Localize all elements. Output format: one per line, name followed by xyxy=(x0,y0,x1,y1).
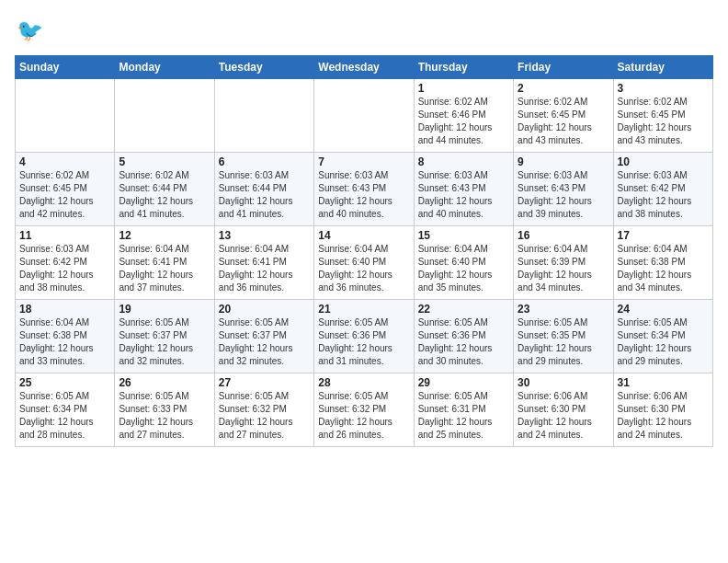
calendar-cell xyxy=(214,79,313,153)
calendar-week-2: 4Sunrise: 6:02 AM Sunset: 6:45 PM Daylig… xyxy=(16,153,713,226)
calendar-cell: 29Sunrise: 6:05 AM Sunset: 6:31 PM Dayli… xyxy=(414,373,513,447)
logo-icon: 🐦 xyxy=(15,15,48,48)
weekday-header-monday: Monday xyxy=(115,56,214,79)
day-info: Sunrise: 6:02 AM Sunset: 6:45 PM Dayligh… xyxy=(618,96,709,147)
day-number: 22 xyxy=(418,303,509,316)
calendar-cell: 11Sunrise: 6:03 AM Sunset: 6:42 PM Dayli… xyxy=(16,226,115,300)
calendar-cell: 17Sunrise: 6:04 AM Sunset: 6:38 PM Dayli… xyxy=(613,226,712,300)
calendar-cell: 4Sunrise: 6:02 AM Sunset: 6:45 PM Daylig… xyxy=(16,153,115,226)
weekday-header-thursday: Thursday xyxy=(414,56,513,79)
day-info: Sunrise: 6:05 AM Sunset: 6:31 PM Dayligh… xyxy=(418,390,509,442)
calendar-week-5: 25Sunrise: 6:05 AM Sunset: 6:34 PM Dayli… xyxy=(16,373,713,447)
day-info: Sunrise: 6:05 AM Sunset: 6:32 PM Dayligh… xyxy=(318,390,409,442)
day-number: 25 xyxy=(19,376,110,389)
weekday-header-wednesday: Wednesday xyxy=(314,56,414,79)
calendar-cell: 14Sunrise: 6:04 AM Sunset: 6:40 PM Dayli… xyxy=(314,226,414,300)
day-info: Sunrise: 6:05 AM Sunset: 6:36 PM Dayligh… xyxy=(418,316,509,368)
day-info: Sunrise: 6:06 AM Sunset: 6:30 PM Dayligh… xyxy=(618,390,709,442)
day-number: 19 xyxy=(119,303,210,316)
day-info: Sunrise: 6:03 AM Sunset: 6:42 PM Dayligh… xyxy=(19,243,110,294)
calendar-cell: 1Sunrise: 6:02 AM Sunset: 6:46 PM Daylig… xyxy=(414,79,513,153)
calendar-week-3: 11Sunrise: 6:03 AM Sunset: 6:42 PM Dayli… xyxy=(16,226,713,300)
day-number: 7 xyxy=(318,155,409,168)
calendar-cell xyxy=(115,79,214,153)
day-number: 21 xyxy=(318,303,409,316)
day-number: 4 xyxy=(19,155,110,168)
day-number: 12 xyxy=(119,229,210,242)
calendar-cell: 13Sunrise: 6:04 AM Sunset: 6:41 PM Dayli… xyxy=(214,226,313,300)
day-info: Sunrise: 6:05 AM Sunset: 6:36 PM Dayligh… xyxy=(318,316,409,368)
weekday-header-sunday: Sunday xyxy=(16,56,115,79)
calendar-cell: 19Sunrise: 6:05 AM Sunset: 6:37 PM Dayli… xyxy=(115,300,214,373)
day-number: 10 xyxy=(618,155,709,168)
calendar-cell xyxy=(314,79,414,153)
calendar-cell: 23Sunrise: 6:05 AM Sunset: 6:35 PM Dayli… xyxy=(514,300,613,373)
day-number: 28 xyxy=(318,376,409,389)
calendar-cell: 2Sunrise: 6:02 AM Sunset: 6:45 PM Daylig… xyxy=(514,79,613,153)
day-info: Sunrise: 6:05 AM Sunset: 6:37 PM Dayligh… xyxy=(119,316,210,368)
calendar-cell: 30Sunrise: 6:06 AM Sunset: 6:30 PM Dayli… xyxy=(514,373,613,447)
day-number: 3 xyxy=(618,82,709,95)
day-number: 20 xyxy=(219,303,310,316)
day-info: Sunrise: 6:05 AM Sunset: 6:34 PM Dayligh… xyxy=(618,316,709,368)
day-number: 27 xyxy=(219,376,310,389)
day-number: 16 xyxy=(518,229,609,242)
day-number: 23 xyxy=(518,303,609,316)
calendar-cell: 3Sunrise: 6:02 AM Sunset: 6:45 PM Daylig… xyxy=(613,79,712,153)
day-number: 26 xyxy=(119,376,210,389)
calendar-cell xyxy=(16,79,115,153)
logo: 🐦 xyxy=(15,15,51,48)
calendar-cell: 22Sunrise: 6:05 AM Sunset: 6:36 PM Dayli… xyxy=(414,300,513,373)
calendar-cell: 9Sunrise: 6:03 AM Sunset: 6:43 PM Daylig… xyxy=(514,153,613,226)
day-info: Sunrise: 6:04 AM Sunset: 6:39 PM Dayligh… xyxy=(518,243,609,294)
weekday-header-saturday: Saturday xyxy=(613,56,712,79)
day-info: Sunrise: 6:04 AM Sunset: 6:41 PM Dayligh… xyxy=(119,243,210,294)
day-info: Sunrise: 6:02 AM Sunset: 6:44 PM Dayligh… xyxy=(119,169,210,221)
day-number: 1 xyxy=(418,82,509,95)
calendar-week-4: 18Sunrise: 6:04 AM Sunset: 6:38 PM Dayli… xyxy=(16,300,713,373)
day-info: Sunrise: 6:04 AM Sunset: 6:38 PM Dayligh… xyxy=(618,243,709,294)
day-info: Sunrise: 6:05 AM Sunset: 6:32 PM Dayligh… xyxy=(219,390,310,442)
calendar-cell: 21Sunrise: 6:05 AM Sunset: 6:36 PM Dayli… xyxy=(314,300,414,373)
calendar-cell: 15Sunrise: 6:04 AM Sunset: 6:40 PM Dayli… xyxy=(414,226,513,300)
day-number: 31 xyxy=(618,376,709,389)
day-number: 17 xyxy=(618,229,709,242)
calendar-header-row: SundayMondayTuesdayWednesdayThursdayFrid… xyxy=(16,56,713,79)
svg-text:🐦: 🐦 xyxy=(17,17,44,43)
calendar-cell: 25Sunrise: 6:05 AM Sunset: 6:34 PM Dayli… xyxy=(16,373,115,447)
day-number: 11 xyxy=(19,229,110,242)
day-info: Sunrise: 6:03 AM Sunset: 6:43 PM Dayligh… xyxy=(318,169,409,221)
calendar-cell: 26Sunrise: 6:05 AM Sunset: 6:33 PM Dayli… xyxy=(115,373,214,447)
calendar-table: SundayMondayTuesdayWednesdayThursdayFrid… xyxy=(15,55,713,447)
day-number: 2 xyxy=(518,82,609,95)
weekday-header-friday: Friday xyxy=(514,56,613,79)
day-number: 9 xyxy=(518,155,609,168)
calendar-week-1: 1Sunrise: 6:02 AM Sunset: 6:46 PM Daylig… xyxy=(16,79,713,153)
day-info: Sunrise: 6:05 AM Sunset: 6:34 PM Dayligh… xyxy=(19,390,110,442)
calendar-cell: 8Sunrise: 6:03 AM Sunset: 6:43 PM Daylig… xyxy=(414,153,513,226)
day-info: Sunrise: 6:02 AM Sunset: 6:46 PM Dayligh… xyxy=(418,96,509,147)
day-number: 5 xyxy=(119,155,210,168)
day-info: Sunrise: 6:03 AM Sunset: 6:42 PM Dayligh… xyxy=(618,169,709,221)
day-info: Sunrise: 6:06 AM Sunset: 6:30 PM Dayligh… xyxy=(518,390,609,442)
day-number: 29 xyxy=(418,376,509,389)
day-number: 30 xyxy=(518,376,609,389)
day-info: Sunrise: 6:02 AM Sunset: 6:45 PM Dayligh… xyxy=(19,169,110,221)
day-number: 18 xyxy=(19,303,110,316)
weekday-header-tuesday: Tuesday xyxy=(214,56,313,79)
day-info: Sunrise: 6:05 AM Sunset: 6:33 PM Dayligh… xyxy=(119,390,210,442)
calendar-cell: 31Sunrise: 6:06 AM Sunset: 6:30 PM Dayli… xyxy=(613,373,712,447)
calendar-cell: 16Sunrise: 6:04 AM Sunset: 6:39 PM Dayli… xyxy=(514,226,613,300)
calendar-cell: 24Sunrise: 6:05 AM Sunset: 6:34 PM Dayli… xyxy=(613,300,712,373)
calendar-cell: 28Sunrise: 6:05 AM Sunset: 6:32 PM Dayli… xyxy=(314,373,414,447)
day-info: Sunrise: 6:03 AM Sunset: 6:43 PM Dayligh… xyxy=(418,169,509,221)
day-number: 8 xyxy=(418,155,509,168)
day-info: Sunrise: 6:03 AM Sunset: 6:43 PM Dayligh… xyxy=(518,169,609,221)
calendar-cell: 10Sunrise: 6:03 AM Sunset: 6:42 PM Dayli… xyxy=(613,153,712,226)
calendar-cell: 27Sunrise: 6:05 AM Sunset: 6:32 PM Dayli… xyxy=(214,373,313,447)
day-info: Sunrise: 6:02 AM Sunset: 6:45 PM Dayligh… xyxy=(518,96,609,147)
calendar-cell: 6Sunrise: 6:03 AM Sunset: 6:44 PM Daylig… xyxy=(214,153,313,226)
calendar-cell: 7Sunrise: 6:03 AM Sunset: 6:43 PM Daylig… xyxy=(314,153,414,226)
day-info: Sunrise: 6:04 AM Sunset: 6:41 PM Dayligh… xyxy=(219,243,310,294)
calendar-cell: 18Sunrise: 6:04 AM Sunset: 6:38 PM Dayli… xyxy=(16,300,115,373)
